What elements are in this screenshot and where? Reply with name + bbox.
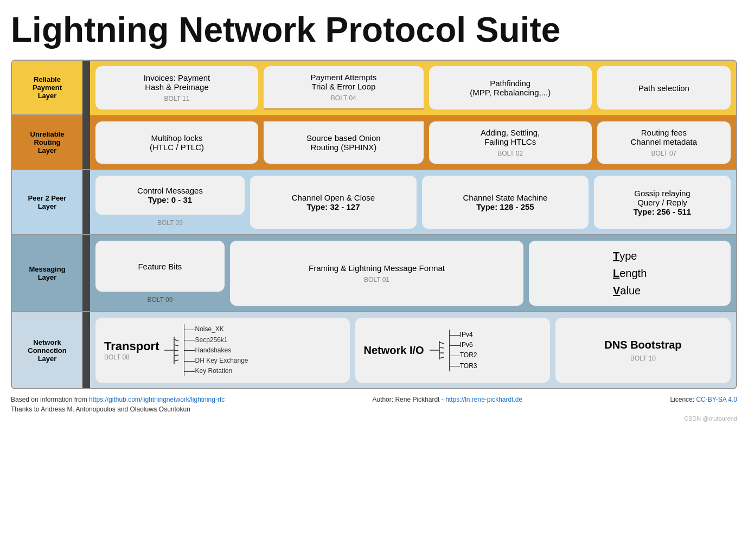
- channel-open-close-text: Channel Open & CloseType: 32 - 127: [292, 193, 375, 211]
- reliable-layer-label: ReliablePaymentLayer: [12, 61, 82, 115]
- htlcs-text: Adding, Settling,Failing HTLCs: [481, 128, 540, 146]
- pathfinding-text: Pathfinding(MPP, Rebalancing,...): [470, 79, 551, 97]
- transport-bolt: BOLT 08: [104, 353, 130, 361]
- control-messages-cell: Control MessagesType: 0 - 31: [95, 176, 245, 215]
- footer-right-link[interactable]: CC-BY-SA 4.0: [696, 396, 737, 403]
- framing-bolt: BOLT 01: [364, 276, 389, 284]
- branch-key-rotation: Key Rotation: [195, 366, 248, 376]
- path-selection-cell: Path selection: [597, 66, 731, 110]
- messaging-content: Feature Bits BOLT 09 Framing & Lightning…: [90, 235, 736, 311]
- tlv-cell: Type Length Value: [529, 241, 731, 306]
- network-content: Transport BOLT 08 Nois: [90, 312, 736, 388]
- feature-bits-col: Feature Bits BOLT 09: [95, 241, 225, 306]
- branch-ipv4: IPv4: [460, 330, 477, 340]
- feature-bits-cell: Feature Bits: [95, 241, 225, 292]
- branch-handshakes: Handshakes: [195, 345, 248, 356]
- footer-thanks: Thanks to Andreas M. Antonopoulos and Ol…: [11, 405, 737, 413]
- htlcs-bolt: BOLT 02: [497, 150, 523, 157]
- netio-arrow-svg: [429, 334, 445, 366]
- transport-title: Transport: [104, 339, 159, 353]
- network-dark-bar: [82, 312, 90, 388]
- combined-content: Invoices: PaymentHash & Preimage BOLT 11…: [90, 61, 736, 169]
- routing-fees-bolt: BOLT 07: [651, 150, 676, 157]
- branch-noise: Noise_XK: [195, 324, 248, 334]
- transport-arrow-svg: [163, 334, 180, 366]
- feature-bolt09: BOLT 09: [95, 296, 225, 306]
- control-messages-text: Control MessagesType: 0 - 31: [137, 186, 203, 204]
- branch-dh: DH Key Exchange: [195, 356, 248, 366]
- channel-state-text: Channel State MachineType: 128 - 255: [463, 193, 548, 211]
- onion-routing-cell: Source based OnionRouting (SPHINX): [264, 121, 424, 164]
- dns-bolt: BOLT 10: [630, 355, 656, 362]
- payment-attempts-text: Payment AttemptsTrial & Error Loop: [310, 73, 376, 91]
- gossip-cell: Gossip relayingQuery / ReplyType: 256 - …: [594, 176, 731, 229]
- netio-branches: IPv4 IPv6 TOR2 TOR3: [449, 330, 477, 371]
- htlcs-cell: Adding, Settling,Failing HTLCs BOLT 02: [429, 121, 592, 164]
- unreliable-cells: Multihop locks(HTLC / PTLC) Source based…: [90, 116, 736, 169]
- svg-line-6: [174, 360, 178, 361]
- network-io-cell: Network I/O IPv4 IPv6 TOR2: [355, 318, 550, 383]
- gossip-text: Gossip relayingQuery / ReplyType: 256 - …: [634, 189, 691, 216]
- svg-line-10: [439, 347, 444, 348]
- label-column: ReliablePaymentLayer UnreliableRoutingLa…: [12, 61, 82, 169]
- messaging-dark-bar: [82, 235, 90, 311]
- pathfinding-cell: Pathfinding(MPP, Rebalancing,...): [429, 66, 592, 110]
- transport-arrow: [163, 334, 180, 366]
- svg-line-9: [439, 342, 444, 344]
- footer: Based on information from https://github…: [11, 396, 737, 413]
- footer-center-link[interactable]: https://ln.rene-pickhardt.de: [445, 396, 522, 403]
- onion-col: Source based OnionRouting (SPHINX): [264, 121, 424, 164]
- branch-tor3: TOR3: [460, 361, 477, 371]
- svg-line-2: [174, 339, 178, 341]
- footer-center: Author: Rene Pickhardt - https://ln.rene…: [372, 396, 522, 403]
- framing-text: Framing & Lightning Message Format: [309, 263, 445, 273]
- branch-tor2: TOR2: [460, 350, 477, 361]
- watermark: CSDN @mutourend: [11, 415, 737, 422]
- netio-arrow: [429, 334, 445, 366]
- transport-cell: Transport BOLT 08 Nois: [95, 318, 350, 383]
- p2p-content: Control MessagesType: 0 - 31 BOLT 09 Cha…: [90, 170, 736, 234]
- svg-line-3: [174, 345, 178, 346]
- payment-attempts-cell: Payment AttemptsTrial & Error Loop BOLT …: [264, 66, 424, 110]
- p2p-label: Peer 2 PeerLayer: [12, 170, 82, 234]
- svg-line-4: [174, 350, 178, 351]
- invoices-text: Invoices: PaymentHash & Preimage: [144, 73, 210, 92]
- p2p-row: Peer 2 PeerLayer Control MessagesType: 0…: [12, 170, 736, 235]
- footer-center-text: Author: Rene Pickhardt -: [372, 396, 445, 403]
- reliable-cells: Invoices: PaymentHash & Preimage BOLT 11…: [90, 61, 736, 116]
- invoices-cell: Invoices: PaymentHash & Preimage BOLT 11: [95, 66, 258, 110]
- footer-row-main: Based on information from https://github…: [11, 396, 737, 403]
- transport-branches: Noise_XK Secp256k1 Handshakes DH Key Exc…: [184, 324, 248, 376]
- footer-left-text: Based on information from: [11, 396, 89, 403]
- control-col: Control MessagesType: 0 - 31 BOLT 09: [95, 176, 245, 229]
- unreliable-layer-label: UnreliableRoutingLayer: [12, 115, 82, 169]
- reliable-unreliable-section: ReliablePaymentLayer UnreliableRoutingLa…: [12, 61, 736, 170]
- page-title: Lightning Network Protocol Suite: [11, 11, 737, 49]
- payment-attempts-bolt: BOLT 04: [331, 94, 356, 102]
- svg-line-12: [439, 357, 444, 358]
- bolt09-label: BOLT 09: [95, 219, 245, 229]
- transport-title-col: Transport BOLT 08: [104, 339, 159, 361]
- footer-right: Licence: CC-BY-SA 4.0: [670, 396, 737, 403]
- multihop-cell: Multihop locks(HTLC / PTLC): [95, 121, 258, 164]
- netio-title-col: Network I/O: [364, 344, 424, 357]
- dns-bootstrap-text: DNS Bootstrap: [604, 339, 681, 351]
- invoices-bolt: BOLT 11: [164, 95, 190, 102]
- onion-routing-text: Source based OnionRouting (SPHINX): [306, 133, 381, 152]
- footer-right-text: Licence:: [670, 396, 696, 403]
- protocol-diagram: ReliablePaymentLayer UnreliableRoutingLa…: [11, 60, 737, 389]
- routing-fees-cell: Routing feesChannel metadata BOLT 07: [597, 121, 731, 164]
- branch-secp: Secp256k1: [195, 335, 248, 345]
- footer-left-link[interactable]: https://github.com/lightningnetwork/ligh…: [89, 396, 225, 403]
- channel-open-close-cell: Channel Open & CloseType: 32 - 127: [250, 176, 417, 229]
- netio-title: Network I/O: [364, 344, 424, 357]
- network-row: NetworkConnectionLayer Transport BOLT 08: [12, 312, 736, 388]
- vertical-bar: [82, 61, 90, 169]
- network-label: NetworkConnectionLayer: [12, 312, 82, 388]
- svg-line-5: [174, 355, 178, 356]
- p2p-dark-bar: [82, 170, 90, 234]
- footer-left: Based on information from https://github…: [11, 396, 225, 403]
- payment-attempts-col: Payment AttemptsTrial & Error Loop BOLT …: [264, 66, 424, 110]
- channel-state-cell: Channel State MachineType: 128 - 255: [422, 176, 589, 229]
- feature-bits-text: Feature Bits: [138, 262, 182, 271]
